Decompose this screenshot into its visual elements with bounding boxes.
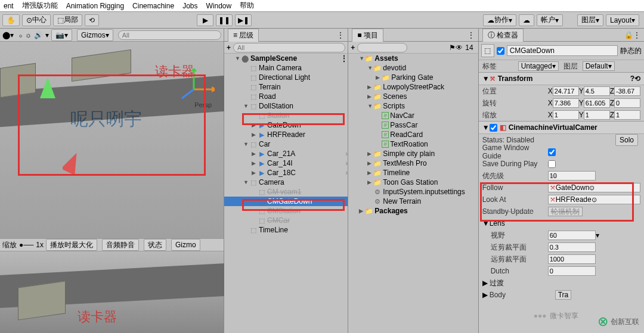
assets-root[interactable]: ▼📁Assets [348, 54, 478, 63]
near-input[interactable] [548, 242, 596, 252]
project-item[interactable]: ⚙New Terrain [348, 197, 478, 206]
collab-button[interactable]: ☁ 协作 ▾ [483, 14, 516, 26]
max-on-play[interactable]: 播放时最大化 [46, 239, 97, 251]
play-button[interactable]: ▶ [197, 14, 213, 26]
scale-x[interactable] [553, 110, 579, 120]
stats-button[interactable]: 状态 [144, 239, 166, 251]
fov-input[interactable] [548, 231, 596, 240]
hand-tool[interactable]: ✋ [2, 14, 20, 26]
project-item[interactable]: ▶📁Parking Gate [348, 73, 478, 82]
pause-button[interactable]: ❚❚ [216, 14, 233, 26]
rot-y[interactable] [584, 98, 610, 108]
lock-icon[interactable]: 🔒 [624, 31, 633, 39]
hierarchy-item[interactable]: ▶▶HRFReader [224, 130, 348, 139]
priority-input[interactable] [548, 171, 596, 180]
hierarchy-item[interactable]: ▼⬚DollStation [224, 101, 348, 111]
packages-root[interactable]: ▶📁Packages [348, 206, 478, 216]
hierarchy-item[interactable]: ▶▶Car_21A› [224, 149, 348, 158]
menu-help[interactable]: 帮助 [240, 1, 254, 11]
audio-toggle[interactable]: 🔊 [34, 31, 43, 39]
hierarchy-item[interactable]: ⬚Main Camera [224, 63, 348, 73]
local-button[interactable]: ⬚局部 [53, 14, 82, 26]
inspector-tab[interactable]: ⓘ 检查器 [482, 29, 524, 42]
step-button[interactable]: ▶❚ [235, 14, 252, 26]
project-tab[interactable]: ■ 项目 [352, 29, 383, 42]
zoom-slider[interactable]: ●── [19, 241, 33, 249]
scene-root[interactable]: ▼⬤SampleScene⋮ [224, 54, 348, 63]
solo-button[interactable]: Solo [615, 134, 638, 146]
pos-z[interactable] [614, 86, 640, 96]
rot-x[interactable] [553, 98, 579, 108]
hierarchy-item[interactable]: ⬚Road [224, 92, 348, 101]
hierarchy-item[interactable]: ▶▶GateDown [224, 120, 348, 130]
hierarchy-item[interactable]: ▶▶Car_14I› [224, 158, 348, 168]
2d-toggle[interactable]: ⬦ [18, 31, 23, 39]
active-checkbox[interactable] [497, 47, 504, 55]
menu-enhanced[interactable]: 增强版功能 [22, 1, 58, 11]
project-item[interactable]: #ReadCard [348, 130, 478, 139]
hierarchy-item[interactable]: ⬚Directional Light [224, 73, 348, 82]
project-item[interactable]: ▶📁Simple city plain [348, 149, 478, 158]
standby-dropdown[interactable]: 轮循机制 [548, 207, 583, 216]
help-icon[interactable]: ? [630, 74, 634, 83]
gizmos-dropdown[interactable]: Gizmos▾ [77, 29, 113, 41]
project-item[interactable]: #TextRoation [348, 139, 478, 149]
layers-dropdown[interactable]: 图层 ▾ [577, 14, 603, 26]
cloud-button[interactable]: ☁ [519, 14, 534, 26]
hierarchy-item[interactable]: ⬚TimeLine [224, 225, 348, 235]
vcam-header[interactable]: ▼◧CinemachineVirtualCamer [479, 121, 644, 134]
menu-ent[interactable]: ent [4, 2, 14, 10]
panel-menu-icon[interactable]: ⋮ [467, 31, 475, 39]
pos-x[interactable] [553, 86, 579, 96]
scale-z[interactable] [614, 110, 640, 120]
project-item[interactable]: ▶📁Timeline [348, 168, 478, 178]
fav-icon[interactable]: ⚑ [449, 43, 456, 52]
guides-checkbox[interactable] [548, 148, 556, 156]
save-checkbox[interactable] [548, 160, 556, 168]
project-item[interactable]: #PassCar [348, 120, 478, 130]
dutch-input[interactable] [548, 266, 596, 276]
layout-dropdown[interactable]: Layout ▾ [606, 14, 639, 26]
far-input[interactable] [548, 254, 596, 264]
fx-toggle[interactable]: ▾ [45, 31, 49, 39]
scene-view[interactable]: 读卡器 呢只咧宇 Persp [0, 42, 224, 238]
create-dropdown[interactable]: + [351, 43, 355, 52]
hierarchy-tree[interactable]: ▼⬤SampleScene⋮ ⬚Main Camera⬚Directional … [224, 54, 348, 333]
light-toggle[interactable]: ☼ [25, 31, 32, 39]
hierarchy-item[interactable]: ⬚CM vcam1 [224, 187, 348, 197]
object-name-input[interactable] [507, 45, 618, 56]
project-item[interactable]: ⚙InputSystem.inputsettings [348, 187, 478, 197]
reset-icon[interactable]: ⟲ [634, 74, 640, 83]
hierarchy-item[interactable]: ⬚CMStation [224, 206, 348, 216]
hierarchy-item[interactable]: ⬚CMGateDown [224, 197, 348, 206]
shade-mode[interactable]: ⬤▾ [2, 31, 14, 39]
project-tree[interactable]: ▼📁Assets ▼📁devotid▶📁Parking Gate▶📁Lowpol… [348, 54, 478, 333]
project-item[interactable]: ▶📁TextMesh Pro [348, 158, 478, 168]
menu-jobs[interactable]: Jobs [182, 2, 197, 10]
pos-y[interactable] [584, 86, 610, 96]
create-dropdown[interactable]: + [227, 43, 231, 52]
project-item[interactable]: ▶📁Scenes [348, 92, 478, 101]
panel-menu-icon[interactable]: ⋮ [633, 31, 640, 39]
transform-header[interactable]: ▼⤧Transform? ⟲ [479, 72, 644, 85]
hierarchy-item[interactable]: ▼⬚Camera [224, 178, 348, 187]
hierarchy-tab[interactable]: ≡ 层级 [228, 29, 259, 42]
hierarchy-item[interactable]: ⬚Station [224, 111, 348, 120]
menu-animrig[interactable]: Animation Rigging [66, 2, 124, 10]
menu-window[interactable]: Window [206, 2, 231, 10]
scene-search[interactable] [118, 30, 221, 40]
lookat-field[interactable]: ⤧HRFReade ⊙ [548, 195, 640, 204]
rot-z[interactable] [614, 98, 640, 108]
project-item[interactable]: ▶📁LowpolyStreetPack [348, 82, 478, 92]
vcam-enable[interactable] [490, 124, 497, 132]
hierarchy-item[interactable]: ⬚Terrain [224, 82, 348, 92]
account-dropdown[interactable]: 帐户 ▾ [537, 14, 563, 26]
project-item[interactable]: ▼📁devotid [348, 63, 478, 73]
hierarchy-item[interactable]: ⬚CMCar [224, 216, 348, 225]
gizmos-game[interactable]: Gizmo [171, 239, 200, 251]
hierarchy-search[interactable] [233, 43, 345, 52]
tag-dropdown[interactable]: Untagged▾ [518, 61, 559, 71]
snap-button[interactable]: ⟲ [85, 14, 99, 26]
lens-label[interactable]: Lens [490, 219, 505, 228]
project-item[interactable]: ▶📁Toon Gas Station [348, 178, 478, 187]
